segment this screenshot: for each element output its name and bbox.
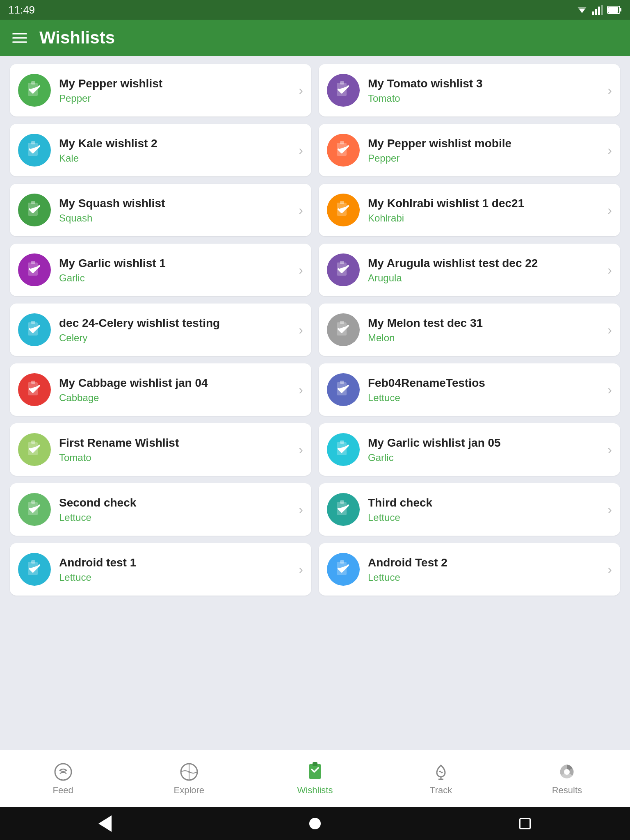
wishlist-card[interactable]: My Garlic wishlist 1 Garlic › — [10, 244, 311, 296]
wishlist-card[interactable]: My Arugula wishlist test dec 22 Arugula … — [319, 244, 620, 296]
explore-icon — [179, 762, 199, 782]
wishlist-card[interactable]: My Melon test dec 31 Melon › — [319, 304, 620, 356]
wishlist-card[interactable]: Android test 1 Lettuce › — [10, 543, 311, 596]
wishlist-name: Android test 1 — [59, 555, 290, 570]
chevron-right-icon: › — [299, 382, 303, 397]
wishlist-name: My Melon test dec 31 — [368, 316, 599, 331]
svg-rect-30 — [31, 381, 35, 384]
wishlist-icon — [18, 194, 51, 226]
wishlist-category: Celery — [59, 332, 290, 344]
wishlist-card[interactable]: Feb04RenameTestios Lettuce › — [319, 363, 620, 416]
wishlist-name: My Tomato wishlist 3 — [368, 76, 599, 91]
wishlist-category: Melon — [368, 332, 599, 344]
wishlist-info: My Garlic wishlist jan 05 Garlic — [368, 436, 599, 463]
wishlist-card[interactable]: Third check Lettuce › — [319, 483, 620, 536]
wishlist-category: Cabbage — [59, 392, 290, 404]
chevron-right-icon: › — [299, 83, 303, 98]
status-bar: 11:49 — [0, 0, 630, 20]
wishlist-info: My Arugula wishlist test dec 22 Arugula — [368, 256, 599, 284]
wishlist-card[interactable]: My Kale wishlist 2 Kale › — [10, 124, 311, 176]
wishlist-icon — [18, 74, 51, 107]
wishlist-card[interactable]: My Tomato wishlist 3 Tomato › — [319, 64, 620, 116]
svg-rect-28 — [340, 321, 344, 324]
svg-rect-18 — [31, 201, 35, 204]
chevron-right-icon: › — [607, 262, 612, 278]
wishlist-category: Squash — [59, 212, 290, 224]
wishlist-card[interactable]: My Garlic wishlist jan 05 Garlic › — [319, 423, 620, 476]
wishlist-card[interactable]: Second check Lettuce › — [10, 483, 311, 536]
svg-rect-36 — [340, 441, 344, 444]
nav-track-label: Track — [430, 785, 452, 796]
nav-feed[interactable]: Feed — [0, 762, 126, 796]
svg-rect-20 — [340, 201, 344, 204]
wishlist-category: Kohlrabi — [368, 212, 599, 224]
wishlists-icon — [305, 762, 325, 782]
svg-rect-2 — [592, 11, 594, 15]
wishlist-name: My Garlic wishlist jan 05 — [368, 436, 599, 450]
status-time: 11:49 — [8, 4, 35, 16]
wishlist-name: My Pepper wishlist mobile — [368, 136, 599, 151]
wishlist-card[interactable]: dec 24-Celery wishlist testing Celery › — [10, 304, 311, 356]
wishlist-name: My Cabbage wishlist jan 04 — [59, 376, 290, 390]
wishlist-name: dec 24-Celery wishlist testing — [59, 316, 290, 331]
chevron-right-icon: › — [607, 322, 612, 338]
wishlist-icon — [327, 433, 360, 466]
wishlist-icon — [327, 493, 360, 526]
chevron-right-icon: › — [607, 203, 612, 218]
wishlist-info: Third check Lettuce — [368, 495, 599, 523]
wishlist-card[interactable]: My Pepper wishlist Pepper › — [10, 64, 311, 116]
system-nav — [0, 807, 630, 840]
wishlist-card[interactable]: My Squash wishlist Squash › — [10, 184, 311, 236]
home-button[interactable] — [307, 815, 323, 832]
wishlist-category: Pepper — [59, 93, 290, 104]
wishlist-icon — [18, 493, 51, 526]
wishlist-name: First Rename Wishlist — [59, 436, 290, 450]
chevron-right-icon: › — [299, 442, 303, 457]
chevron-right-icon: › — [299, 502, 303, 517]
chevron-right-icon: › — [299, 322, 303, 338]
status-icons — [576, 5, 622, 15]
nav-explore-label: Explore — [174, 785, 205, 796]
wishlist-info: First Rename Wishlist Tomato — [59, 436, 290, 463]
nav-wishlists[interactable]: Wishlists — [252, 762, 378, 796]
wishlist-info: My Squash wishlist Squash — [59, 196, 290, 224]
wishlist-card[interactable]: First Rename Wishlist Tomato › — [10, 423, 311, 476]
hamburger-menu[interactable] — [12, 33, 27, 43]
wishlist-info: dec 24-Celery wishlist testing Celery — [59, 316, 290, 344]
wishlist-name: Second check — [59, 495, 290, 510]
wishlist-icon — [327, 553, 360, 586]
svg-marker-1 — [578, 7, 587, 13]
wishlist-name: My Kale wishlist 2 — [59, 136, 290, 151]
nav-results[interactable]: Results — [504, 762, 630, 796]
wishlist-info: My Pepper wishlist mobile Pepper — [368, 136, 599, 164]
chevron-right-icon: › — [299, 143, 303, 158]
chevron-right-icon: › — [607, 83, 612, 98]
wishlist-name: My Garlic wishlist 1 — [59, 256, 290, 271]
wishlist-name: Third check — [368, 495, 599, 510]
wishlist-icon — [18, 134, 51, 167]
nav-explore[interactable]: Explore — [126, 762, 252, 796]
wishlist-icon — [327, 194, 360, 226]
wishlist-card[interactable]: Android Test 2 Lettuce › — [319, 543, 620, 596]
wishlist-name: My Arugula wishlist test dec 22 — [368, 256, 599, 271]
wishlist-icon — [327, 313, 360, 346]
svg-rect-7 — [620, 8, 621, 11]
wifi-icon — [576, 5, 588, 15]
wishlist-icon — [18, 313, 51, 346]
wishlist-card[interactable]: My Pepper wishlist mobile Pepper › — [319, 124, 620, 176]
svg-rect-24 — [340, 261, 344, 264]
wishlist-card[interactable]: My Cabbage wishlist jan 04 Cabbage › — [10, 363, 311, 416]
nav-track[interactable]: Track — [378, 762, 504, 796]
recents-button[interactable] — [517, 815, 533, 832]
wishlist-info: My Garlic wishlist 1 Garlic — [59, 256, 290, 284]
wishlist-card[interactable]: My Kohlrabi wishlist 1 dec21 Kohlrabi › — [319, 184, 620, 236]
wishlist-info: My Pepper wishlist Pepper — [59, 76, 290, 104]
wishlist-icon — [18, 553, 51, 586]
svg-rect-12 — [340, 81, 344, 84]
wishlist-category: Tomato — [59, 452, 290, 463]
wishlist-category: Lettuce — [368, 392, 599, 404]
svg-rect-38 — [31, 500, 35, 504]
wishlist-icon — [327, 253, 360, 286]
back-button[interactable] — [97, 815, 113, 832]
svg-rect-26 — [31, 321, 35, 324]
